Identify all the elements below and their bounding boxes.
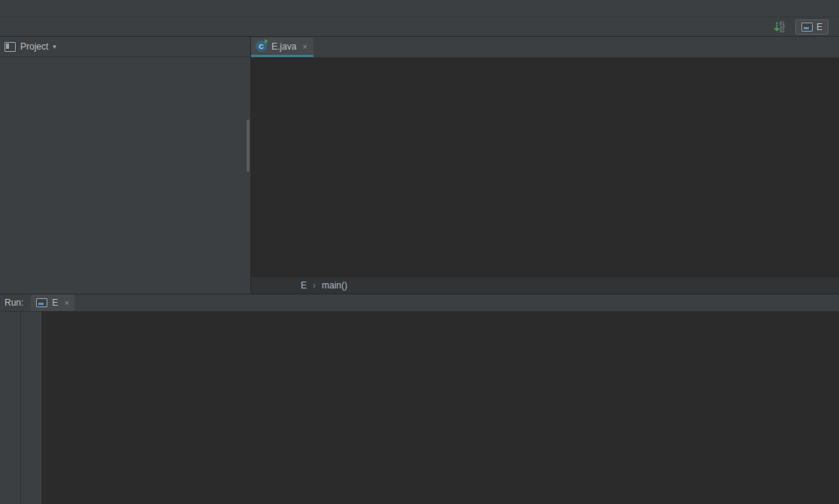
menu-bar <box>0 0 839 17</box>
editor-area[interactable]: C E.java × E › main() <box>251 37 839 294</box>
console-toolbar <box>21 312 42 504</box>
running-console-button[interactable]: E <box>795 20 828 35</box>
project-tool-window: Project ▾ <box>0 37 251 294</box>
tab-label: E.java <box>271 41 296 52</box>
intellij-window: ⇣011001 E Project ▾ C <box>0 0 839 504</box>
run-tool-window: Run: E × <box>0 294 839 504</box>
run-panel-header: Run: E × <box>0 294 839 312</box>
run-toolbar <box>0 312 21 504</box>
close-icon[interactable]: × <box>302 42 307 51</box>
project-window-icon <box>5 42 16 52</box>
chevron-right-icon: › <box>313 280 316 291</box>
project-panel-header: Project ▾ <box>0 37 250 57</box>
navbar-right-icons: ⇣011001 E <box>771 20 834 35</box>
class-run-icon: C <box>256 41 267 52</box>
run-tab-label: E <box>52 297 58 308</box>
run-panel-label: Run: <box>5 297 23 308</box>
breadcrumb-class[interactable]: E <box>301 280 307 291</box>
update-info-icon[interactable]: ⇣011001 <box>771 20 785 34</box>
running-console-label: E <box>816 22 822 32</box>
breadcrumb-method[interactable]: main() <box>322 280 347 291</box>
console-icon <box>36 298 47 307</box>
editor-tab-bar: C E.java × <box>251 37 839 58</box>
run-console-output[interactable] <box>42 312 839 504</box>
project-scrollbar[interactable] <box>247 119 250 172</box>
project-panel-title[interactable]: Project ▾ <box>5 41 56 52</box>
chevron-down-icon: ▾ <box>53 43 56 50</box>
code-editor[interactable] <box>251 58 839 276</box>
close-icon[interactable]: × <box>64 298 68 307</box>
tab-ejava[interactable]: C E.java × <box>251 38 313 57</box>
console-icon <box>801 23 813 32</box>
editor-breadcrumb-bar: E › main() <box>251 276 839 294</box>
run-console-tab[interactable]: E × <box>31 294 74 311</box>
project-tree[interactable] <box>0 57 250 294</box>
navigation-bar: ⇣011001 E <box>0 17 839 37</box>
